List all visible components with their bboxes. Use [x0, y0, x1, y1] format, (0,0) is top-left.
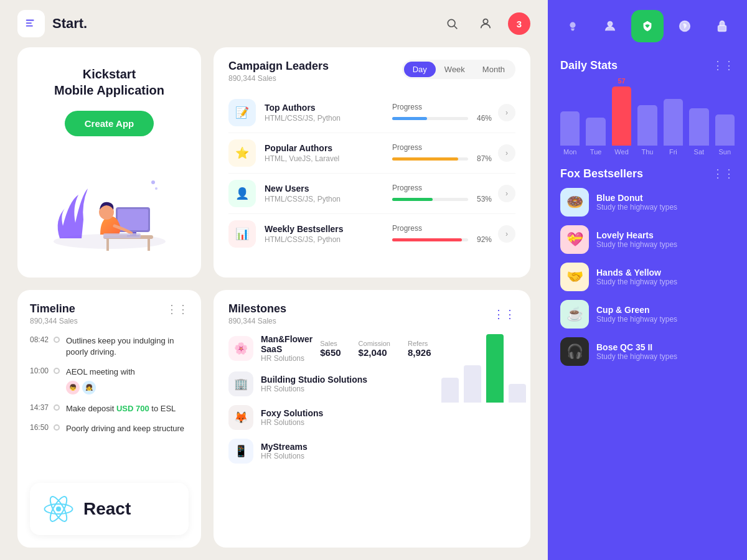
tab-day[interactable]: Day: [404, 62, 436, 77]
campaign-subtitle: 890,344 Sales: [228, 74, 329, 83]
ms-stat-commission: Comission $2,040: [359, 340, 390, 358]
ms-icon-1: 🌸: [228, 336, 253, 361]
row-arrow[interactable]: ›: [498, 104, 515, 121]
kickstart-title: Kickstart Mobile Application: [54, 66, 164, 98]
notification-badge[interactable]: 3: [508, 12, 530, 35]
row-name: Popular Authors: [265, 143, 392, 153]
bar-item: [637, 105, 657, 146]
bar-day-label: Tue: [590, 148, 602, 156]
bs-info: Bose QC 35 II Study the highway types: [596, 342, 677, 361]
progress-section: Progress 53%: [392, 184, 492, 203]
tab-week[interactable]: Week: [436, 62, 474, 77]
bar-item: [586, 118, 605, 146]
bar-day-label: Mon: [563, 148, 576, 156]
bs-info: Lovely Hearts Study the highway types: [596, 230, 677, 249]
row-icon: ⭐: [228, 139, 256, 167]
bestseller-item: 🍩 Blue Donut Study the highway types: [560, 188, 735, 217]
bar-col: Sat: [689, 106, 708, 156]
tl-time-3: 14:37: [30, 403, 54, 412]
row-arrow[interactable]: ›: [498, 225, 515, 243]
bar-day-label: Thu: [641, 148, 653, 156]
illustration: [41, 151, 178, 251]
timeline-items: 08:42 Outlines keep you indulging in poo…: [30, 335, 189, 475]
tl-dot-1: [54, 337, 60, 343]
bestsellers-section: Fox Bestsellers ⋮⋮ 🍩 Blue Donut Study th…: [560, 167, 735, 366]
nav-icon-fox[interactable]: [631, 10, 664, 42]
sidebar-content: Daily Stats ⋮⋮ Mon Tue 57 Wed Thu Fri Sa…: [548, 52, 747, 560]
progress-section: Progress 92%: [392, 224, 492, 244]
ms-icon-3: 🦊: [228, 405, 253, 430]
bar-day-label: Sat: [694, 148, 705, 156]
nav-icon-question[interactable]: [669, 10, 701, 42]
milestones-title: Milestones: [228, 302, 286, 315]
progress-bar-wrap: 87%: [392, 154, 492, 163]
content-grid: Kickstart Mobile Application Create App: [0, 47, 548, 560]
timeline-item-2: 10:00 AEOL meeting with 👦 👧: [30, 366, 189, 394]
user-icon[interactable]: [474, 12, 497, 35]
header: Start. 3: [0, 0, 548, 47]
svg-point-5: [483, 19, 487, 24]
svg-point-22: [570, 22, 575, 28]
bs-sub: Study the highway types: [596, 240, 677, 249]
campaign-row: 📊 Weekly Bestsellers HTML/CSS/JS, Python…: [228, 214, 515, 254]
bs-name: Hands & Yellow: [596, 268, 677, 278]
bs-name: Blue Donut: [596, 193, 677, 203]
row-icon: 📝: [228, 99, 256, 126]
bestsellers-menu[interactable]: ⋮⋮: [712, 167, 735, 180]
timeline-header: Timeline 890,344 Sales ⋮⋮: [30, 302, 189, 325]
search-icon[interactable]: [441, 12, 463, 35]
progress-bar-wrap: 92%: [392, 235, 492, 244]
nav-icon-lock[interactable]: [706, 10, 738, 42]
row-info: Top Authors HTML/CSS/JS, Python: [265, 103, 392, 123]
progress-bar-bg: [392, 157, 468, 161]
bar-item: [689, 108, 708, 146]
milestone-item-4: 📱 MyStreams HR Solutions: [228, 439, 431, 464]
ms-stats: Sales $650 Comission $2,040 Refers 8,926: [320, 340, 431, 358]
bs-info: Hands & Yellow Study the highway types: [596, 268, 677, 286]
tl-dot-4: [54, 424, 60, 431]
row-tags: HTML, VueJS, Laravel: [265, 154, 392, 163]
row-tags: HTML/CSS/JS, Python: [265, 195, 392, 203]
daily-stats-menu[interactable]: ⋮⋮: [712, 58, 735, 72]
row-info: Popular Authors HTML, VueJS, Laravel: [265, 143, 392, 163]
row-tags: HTML/CSS/JS, Python: [265, 235, 392, 244]
nav-icon-lightbulb[interactable]: [557, 10, 589, 42]
bar-day-label: Fri: [669, 148, 677, 156]
row-tags: HTML/CSS/JS, Python: [265, 114, 392, 123]
tl-avatars: 👦 👧: [66, 381, 135, 394]
create-app-button[interactable]: Create App: [65, 111, 154, 136]
campaign-header: Campaign Leaders 890,344 Sales Day Week …: [228, 60, 515, 83]
row-arrow[interactable]: ›: [498, 144, 515, 162]
milestones-content: 🌸 Man&Flower SaaS HR Solutions Sales $65…: [228, 334, 515, 535]
bs-thumb: ☕: [560, 300, 589, 329]
bestseller-item: 🎧 Bose QC 35 II Study the highway types: [560, 337, 735, 366]
row-arrow[interactable]: ›: [498, 185, 515, 202]
svg-point-3: [448, 19, 455, 27]
bs-thumb: 🤝: [560, 263, 589, 291]
timeline-item-4: 16:50 Poorly driving and keep structure: [30, 423, 189, 434]
bar-item: [715, 114, 735, 146]
row-icon: 👤: [228, 180, 256, 207]
bs-sub: Study the highway types: [596, 352, 677, 361]
milestones-title-block: Milestones 890,344 Sales: [228, 302, 286, 325]
milestones-subtitle: 890,344 Sales: [228, 317, 286, 325]
ms-bar: [464, 365, 481, 403]
timeline-menu[interactable]: ⋮⋮: [166, 302, 189, 316]
milestones-menu[interactable]: ⋮⋮: [493, 307, 515, 321]
svg-point-23: [608, 22, 612, 26]
timeline-item: 08:42 Outlines keep you indulging in poo…: [30, 335, 189, 358]
daily-stats-header: Daily Stats ⋮⋮: [560, 58, 735, 72]
svg-rect-15: [103, 233, 141, 238]
ms-info-1: Man&Flower SaaS HR Solutions: [261, 334, 312, 363]
bar-item: [560, 111, 580, 146]
react-logo: [42, 493, 75, 525]
milestone-item-3: 🦊 Foxy Solutions HR Solutions: [228, 405, 431, 430]
progress-label: Progress: [392, 103, 492, 111]
row-icon: 📊: [228, 220, 256, 248]
svg-rect-9: [148, 239, 150, 251]
bs-sub: Study the highway types: [596, 315, 677, 324]
row-name: Top Authors: [265, 103, 392, 113]
nav-icon-person[interactable]: [594, 10, 626, 42]
milestone-item-2: 🏢 Building Studio Solutions HR Solutions: [228, 371, 431, 396]
tab-month[interactable]: Month: [474, 62, 514, 77]
